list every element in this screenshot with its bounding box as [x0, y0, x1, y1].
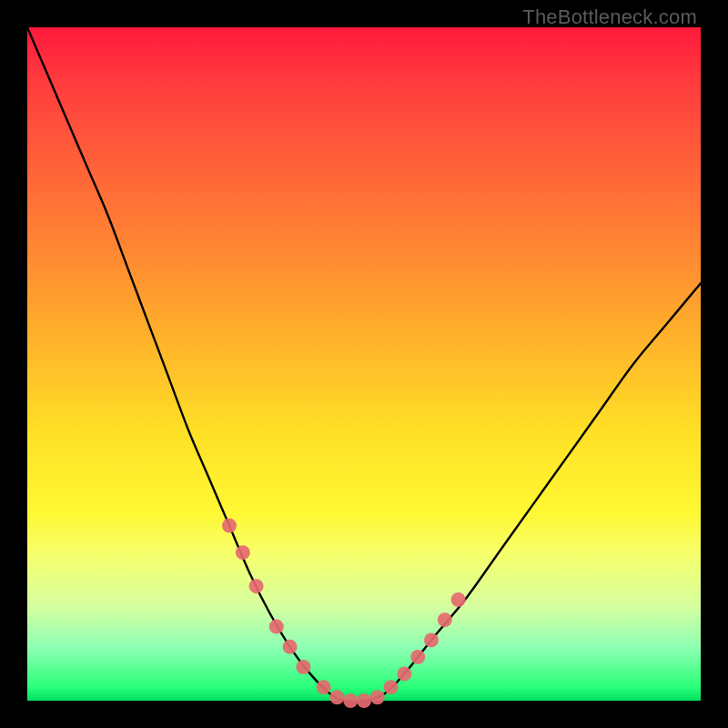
curve-marker [249, 579, 264, 593]
curve-marker [317, 680, 331, 694]
curve-marker [370, 690, 385, 704]
curve-marker [410, 650, 425, 664]
curve-marker [283, 640, 298, 654]
curve-marker [438, 612, 452, 627]
curve-marker [343, 693, 358, 708]
curve-marker [357, 693, 371, 708]
curve-marker [384, 680, 399, 694]
curve-marker [296, 660, 310, 674]
curve-marker [269, 620, 284, 634]
curve-marker [451, 592, 466, 607]
curve-marker [424, 632, 439, 647]
curve-svg [27, 27, 701, 701]
curve-markers [222, 519, 466, 708]
plot-area [27, 27, 701, 701]
curve-marker [397, 666, 411, 681]
curve-marker [329, 690, 344, 704]
curve-marker [236, 545, 250, 560]
curve-marker [222, 519, 237, 533]
chart-frame: TheBottleneck.com [0, 0, 728, 728]
bottleneck-curve [27, 27, 701, 702]
watermark-text: TheBottleneck.com [522, 5, 697, 29]
